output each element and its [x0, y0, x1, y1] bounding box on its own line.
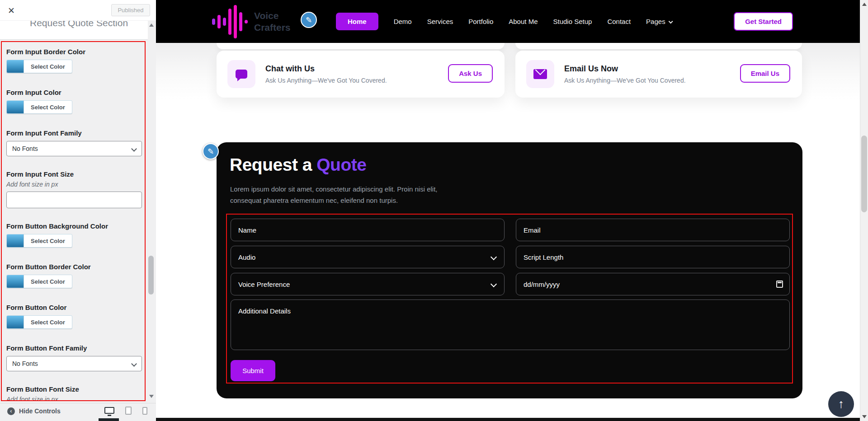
- quote-section-heading: Request a Quote: [230, 155, 366, 175]
- edit-quote-section-pencil-icon[interactable]: ✎: [203, 143, 219, 159]
- voice-preference-value: Voice Preference: [238, 281, 290, 288]
- select-color-label: Select Color: [24, 275, 72, 288]
- scroll-to-top-button[interactable]: ↑: [828, 391, 854, 417]
- select-color-button[interactable]: Select Color: [6, 60, 72, 73]
- active-device-indicator: [99, 418, 119, 421]
- control-form-button-font-family: Form Button Font Family No Fonts: [6, 344, 140, 371]
- control-form-input-border-color: Form Input Border Color Select Color: [6, 48, 140, 75]
- mobile-preview-icon[interactable]: [142, 407, 147, 415]
- color-swatch: [7, 275, 24, 288]
- sidebar-scrollbar-down-icon[interactable]: [149, 395, 154, 398]
- nav-item-services[interactable]: Services: [427, 18, 453, 25]
- section-title: Request Quote Section: [30, 21, 128, 28]
- control-form-button-color: Form Button Color Select Color: [6, 304, 140, 330]
- ask-us-button[interactable]: Ask Us: [448, 64, 493, 83]
- chat-card-subtitle: Ask Us Anything—We've Got You Covered.: [265, 77, 387, 84]
- scrollbar-up-icon[interactable]: [862, 3, 867, 6]
- nav-item-home[interactable]: Home: [336, 13, 378, 30]
- control-label: Form Input Font Size: [6, 170, 140, 178]
- published-button[interactable]: Published: [111, 4, 150, 16]
- script-length-input[interactable]: [516, 246, 790, 268]
- control-description: Add font size in px: [6, 181, 140, 188]
- close-icon[interactable]: ✕: [4, 3, 19, 18]
- sidebar-scrollbar-up-icon[interactable]: [149, 23, 154, 27]
- brand-line2: Crafters: [254, 22, 291, 33]
- control-label: Form Button Border Color: [6, 263, 140, 271]
- quote-section-description: Lorem ipsum dolor sit amet, consectetur …: [230, 184, 470, 206]
- scrollbar-thumb[interactable]: [861, 136, 867, 212]
- edit-header-pencil-icon[interactable]: ✎: [301, 12, 317, 28]
- request-quote-section: Request a Quote Lorem ipsum dolor sit am…: [217, 142, 802, 398]
- site-logo[interactable]: Voice Crafters: [212, 5, 291, 38]
- section-controls-panel: Form Input Border Color Select Color For…: [1, 41, 146, 401]
- control-form-input-color: Form Input Color Select Color: [6, 89, 140, 115]
- control-label: Form Button Font Family: [6, 344, 140, 352]
- up-arrow-icon: ↑: [838, 397, 844, 411]
- font-size-input[interactable]: [6, 192, 142, 208]
- heading-accent: Quote: [316, 155, 366, 174]
- name-input[interactable]: [231, 219, 505, 241]
- customizer-bottombar: ‹ Hide Controls: [0, 403, 156, 421]
- select-color-button[interactable]: Select Color: [6, 100, 72, 114]
- voice-preference-select[interactable]: Voice Preference: [231, 273, 505, 295]
- brand-line1: Voice: [254, 10, 291, 22]
- color-swatch: [7, 60, 24, 73]
- font-family-select[interactable]: No Fonts: [6, 356, 142, 371]
- nav-item-about-me[interactable]: About Me: [509, 18, 538, 25]
- email-us-button[interactable]: Email Us: [740, 64, 790, 83]
- nav-item-contact[interactable]: Contact: [607, 18, 631, 25]
- desktop-preview-icon[interactable]: [104, 407, 114, 414]
- font-family-select[interactable]: No Fonts: [6, 141, 142, 156]
- chat-icon-tile: [227, 60, 255, 88]
- chat-card-title: Chat with Us: [265, 64, 387, 74]
- email-card: Email Us Now Ask Us Anything—We've Got Y…: [515, 51, 802, 98]
- calendar-icon[interactable]: [776, 281, 783, 288]
- select-color-label: Select Color: [24, 60, 72, 73]
- control-form-button-font-size: Form Button Font Size Add font size in p…: [6, 385, 140, 401]
- control-form-button-background-color: Form Button Background Color Select Colo…: [6, 222, 140, 249]
- nav-item-portfolio[interactable]: Portfolio: [468, 18, 493, 25]
- scrollbar-down-icon[interactable]: [862, 415, 867, 418]
- font-family-value: No Fonts: [12, 360, 38, 367]
- email-card-subtitle: Ask Us Anything—We've Got You Covered.: [564, 77, 686, 84]
- hide-controls-button[interactable]: Hide Controls: [19, 407, 61, 415]
- chat-bubble-icon: [236, 70, 247, 79]
- tablet-preview-icon[interactable]: [125, 407, 132, 415]
- section-title-bar: Request Quote Section: [0, 21, 148, 40]
- nav-pages-label: Pages: [646, 18, 665, 25]
- service-select[interactable]: Audio: [231, 246, 505, 268]
- main-nav: Home Demo Services Portfolio About Me St…: [336, 0, 671, 43]
- email-icon-tile: [526, 60, 554, 88]
- date-value: dd/mm/yyyy: [524, 281, 560, 288]
- submit-button[interactable]: Submit: [231, 360, 275, 381]
- preview-scrollbar: [860, 0, 868, 421]
- get-started-button[interactable]: Get Started: [734, 12, 793, 31]
- select-color-button[interactable]: Select Color: [6, 275, 72, 288]
- nav-item-pages[interactable]: Pages: [646, 18, 671, 25]
- email-input[interactable]: [516, 219, 790, 241]
- quote-form-selection-box: Audio Voice Preference dd/mm/yyyy Submit: [226, 214, 793, 384]
- email-card-title: Email Us Now: [564, 64, 686, 74]
- color-swatch: [7, 316, 24, 328]
- select-color-button[interactable]: Select Color: [6, 315, 72, 329]
- service-select-value: Audio: [238, 253, 255, 261]
- customizer-topbar: ✕ Published: [0, 0, 156, 21]
- partial-card: [515, 43, 802, 49]
- additional-details-textarea[interactable]: [231, 299, 790, 350]
- nav-item-demo[interactable]: Demo: [394, 18, 412, 25]
- envelope-icon: [533, 69, 547, 79]
- color-swatch: [7, 234, 24, 247]
- font-family-value: No Fonts: [12, 145, 38, 152]
- site-preview: Voice Crafters ✎ Home Demo Services Port…: [156, 0, 860, 421]
- control-label: Form Button Background Color: [6, 222, 140, 230]
- control-label: Form Input Font Family: [6, 129, 140, 137]
- site-header: Voice Crafters ✎ Home Demo Services Port…: [156, 0, 860, 43]
- date-input[interactable]: dd/mm/yyyy: [516, 273, 790, 295]
- brand-name: Voice Crafters: [254, 10, 291, 34]
- nav-item-studio-setup[interactable]: Studio Setup: [553, 18, 592, 25]
- sidebar-scrollbar-thumb[interactable]: [148, 256, 154, 295]
- collapse-sidebar-icon[interactable]: ‹: [7, 407, 15, 415]
- select-color-label: Select Color: [24, 316, 72, 328]
- select-color-button[interactable]: Select Color: [6, 234, 72, 248]
- control-form-button-border-color: Form Button Border Color Select Color: [6, 263, 140, 290]
